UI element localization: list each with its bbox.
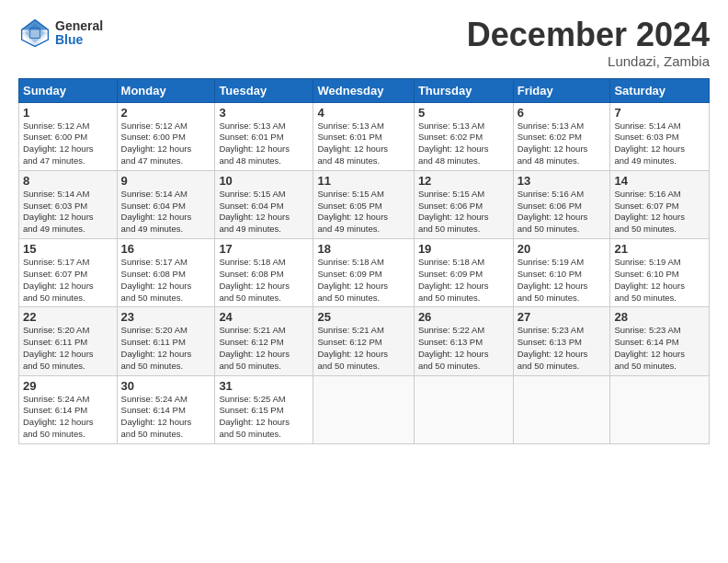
calendar-week-row: 29Sunrise: 5:24 AM Sunset: 6:14 PM Dayli… [19,375,710,443]
calendar-cell: 31Sunrise: 5:25 AM Sunset: 6:15 PM Dayli… [215,375,313,443]
day-info: Sunrise: 5:24 AM Sunset: 6:14 PM Dayligh… [121,394,211,441]
logo-blue-text: Blue [55,33,103,47]
day-number: 12 [418,174,509,188]
calendar-cell: 26Sunrise: 5:22 AM Sunset: 6:13 PM Dayli… [414,307,513,375]
day-info: Sunrise: 5:17 AM Sunset: 6:08 PM Dayligh… [121,257,211,304]
calendar-cell: 11Sunrise: 5:15 AM Sunset: 6:05 PM Dayli… [313,170,414,238]
calendar-cell: 30Sunrise: 5:24 AM Sunset: 6:14 PM Dayli… [117,375,215,443]
day-info: Sunrise: 5:18 AM Sunset: 6:08 PM Dayligh… [219,257,309,304]
calendar-week-row: 8Sunrise: 5:14 AM Sunset: 6:03 PM Daylig… [19,170,710,238]
calendar-cell: 6Sunrise: 5:13 AM Sunset: 6:02 PM Daylig… [513,102,610,170]
calendar-header-row: SundayMondayTuesdayWednesdayThursdayFrid… [19,78,710,102]
day-of-week-friday: Friday [513,78,610,102]
day-info: Sunrise: 5:16 AM Sunset: 6:07 PM Dayligh… [614,189,705,236]
day-of-week-saturday: Saturday [610,78,710,102]
day-number: 9 [121,174,211,188]
day-number: 23 [121,310,211,324]
calendar-cell: 5Sunrise: 5:13 AM Sunset: 6:02 PM Daylig… [414,102,513,170]
day-info: Sunrise: 5:22 AM Sunset: 6:13 PM Dayligh… [418,325,509,372]
day-number: 3 [219,106,309,120]
calendar-cell: 24Sunrise: 5:21 AM Sunset: 6:12 PM Dayli… [215,307,313,375]
day-info: Sunrise: 5:19 AM Sunset: 6:10 PM Dayligh… [614,257,705,304]
day-info: Sunrise: 5:15 AM Sunset: 6:05 PM Dayligh… [317,189,409,236]
month-title: December 2024 [467,17,710,53]
day-number: 7 [614,106,705,120]
calendar-cell: 9Sunrise: 5:14 AM Sunset: 6:04 PM Daylig… [117,170,215,238]
day-number: 8 [23,174,113,188]
calendar-cell [313,375,414,443]
day-number: 28 [614,310,705,324]
day-info: Sunrise: 5:21 AM Sunset: 6:12 PM Dayligh… [219,325,309,372]
day-number: 26 [418,310,509,324]
calendar-cell: 1Sunrise: 5:12 AM Sunset: 6:00 PM Daylig… [19,102,118,170]
calendar-cell: 4Sunrise: 5:13 AM Sunset: 6:01 PM Daylig… [313,102,414,170]
calendar-cell: 25Sunrise: 5:21 AM Sunset: 6:12 PM Dayli… [313,307,414,375]
calendar-week-row: 15Sunrise: 5:17 AM Sunset: 6:07 PM Dayli… [19,239,710,307]
day-info: Sunrise: 5:13 AM Sunset: 6:01 PM Dayligh… [219,121,309,167]
calendar-cell: 28Sunrise: 5:23 AM Sunset: 6:14 PM Dayli… [610,307,710,375]
day-info: Sunrise: 5:14 AM Sunset: 6:04 PM Dayligh… [121,189,211,236]
day-number: 25 [317,310,409,324]
day-number: 15 [23,242,113,256]
calendar-cell: 29Sunrise: 5:24 AM Sunset: 6:14 PM Dayli… [19,375,118,443]
calendar-cell: 8Sunrise: 5:14 AM Sunset: 6:03 PM Daylig… [19,170,118,238]
calendar-table: SundayMondayTuesdayWednesdayThursdayFrid… [18,78,710,444]
calendar-cell: 16Sunrise: 5:17 AM Sunset: 6:08 PM Dayli… [117,239,215,307]
calendar-week-row: 22Sunrise: 5:20 AM Sunset: 6:11 PM Dayli… [19,307,710,375]
day-of-week-sunday: Sunday [19,78,118,102]
calendar-cell: 12Sunrise: 5:15 AM Sunset: 6:06 PM Dayli… [414,170,513,238]
calendar-cell: 2Sunrise: 5:12 AM Sunset: 6:00 PM Daylig… [117,102,215,170]
day-number: 21 [614,242,705,256]
day-info: Sunrise: 5:13 AM Sunset: 6:01 PM Dayligh… [317,121,409,167]
day-number: 30 [121,379,211,393]
calendar-cell: 23Sunrise: 5:20 AM Sunset: 6:11 PM Dayli… [117,307,215,375]
day-info: Sunrise: 5:14 AM Sunset: 6:03 PM Dayligh… [614,121,705,167]
day-info: Sunrise: 5:17 AM Sunset: 6:07 PM Dayligh… [23,257,113,304]
day-info: Sunrise: 5:12 AM Sunset: 6:00 PM Dayligh… [23,121,113,167]
calendar-cell: 10Sunrise: 5:15 AM Sunset: 6:04 PM Dayli… [215,170,313,238]
day-info: Sunrise: 5:23 AM Sunset: 6:13 PM Dayligh… [518,325,607,372]
location: Lundazi, Zambia [467,53,710,69]
day-number: 27 [518,310,607,324]
calendar-cell: 18Sunrise: 5:18 AM Sunset: 6:09 PM Dayli… [313,239,414,307]
calendar-cell [414,375,513,443]
calendar-cell [513,375,610,443]
day-number: 6 [518,106,607,120]
day-info: Sunrise: 5:15 AM Sunset: 6:04 PM Dayligh… [219,189,309,236]
logo-text: General Blue [55,19,103,48]
calendar-cell: 19Sunrise: 5:18 AM Sunset: 6:09 PM Dayli… [414,239,513,307]
day-number: 17 [219,242,309,256]
day-of-week-tuesday: Tuesday [215,78,313,102]
logo: General Blue [18,17,103,50]
day-info: Sunrise: 5:15 AM Sunset: 6:06 PM Dayligh… [418,189,509,236]
day-number: 4 [317,106,409,120]
day-info: Sunrise: 5:18 AM Sunset: 6:09 PM Dayligh… [418,257,509,304]
calendar-cell: 17Sunrise: 5:18 AM Sunset: 6:08 PM Dayli… [215,239,313,307]
page: General Blue December 2024 Lundazi, Zamb… [0,0,728,563]
day-info: Sunrise: 5:18 AM Sunset: 6:09 PM Dayligh… [317,257,409,304]
day-of-week-thursday: Thursday [414,78,513,102]
day-number: 5 [418,106,509,120]
calendar-week-row: 1Sunrise: 5:12 AM Sunset: 6:00 PM Daylig… [19,102,710,170]
day-info: Sunrise: 5:13 AM Sunset: 6:02 PM Dayligh… [518,121,607,167]
day-number: 24 [219,310,309,324]
day-info: Sunrise: 5:25 AM Sunset: 6:15 PM Dayligh… [219,394,309,441]
calendar-cell: 15Sunrise: 5:17 AM Sunset: 6:07 PM Dayli… [19,239,118,307]
day-info: Sunrise: 5:16 AM Sunset: 6:06 PM Dayligh… [518,189,607,236]
day-info: Sunrise: 5:24 AM Sunset: 6:14 PM Dayligh… [23,394,113,441]
day-number: 18 [317,242,409,256]
calendar-cell: 21Sunrise: 5:19 AM Sunset: 6:10 PM Dayli… [610,239,710,307]
day-info: Sunrise: 5:23 AM Sunset: 6:14 PM Dayligh… [614,325,705,372]
calendar-cell: 14Sunrise: 5:16 AM Sunset: 6:07 PM Dayli… [610,170,710,238]
day-number: 2 [121,106,211,120]
calendar-cell: 20Sunrise: 5:19 AM Sunset: 6:10 PM Dayli… [513,239,610,307]
day-number: 22 [23,310,113,324]
calendar-cell: 3Sunrise: 5:13 AM Sunset: 6:01 PM Daylig… [215,102,313,170]
logo-general-text: General [55,19,103,33]
day-number: 19 [418,242,509,256]
header: General Blue December 2024 Lundazi, Zamb… [18,17,710,69]
day-info: Sunrise: 5:13 AM Sunset: 6:02 PM Dayligh… [418,121,509,167]
day-info: Sunrise: 5:21 AM Sunset: 6:12 PM Dayligh… [317,325,409,372]
day-info: Sunrise: 5:14 AM Sunset: 6:03 PM Dayligh… [23,189,113,236]
day-number: 16 [121,242,211,256]
